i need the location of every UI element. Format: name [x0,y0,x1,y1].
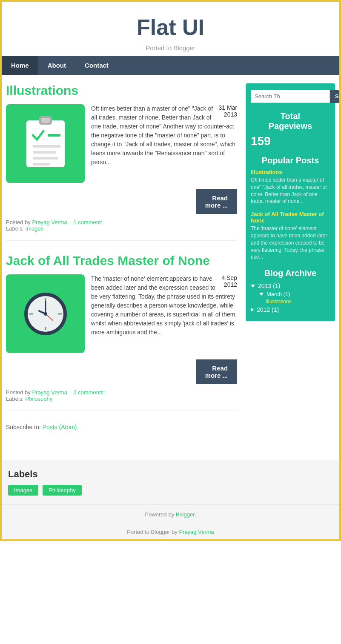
post-1: Illustrations [6,83,237,241]
popular-post-1-title[interactable]: Illustrations [251,169,330,175]
post-1-author[interactable]: Prayag Verma [32,219,67,225]
popular-post-1: Illustrations Oft times better than a ma… [251,169,330,205]
site-footer: Powered by Blogger. [2,504,339,524]
site-title: Flat UI [10,14,331,40]
page-layout: Illustrations [2,75,339,452]
nav-link-about[interactable]: About [38,56,75,75]
svg-rect-3 [48,134,60,137]
archive-month-march: March (1) [259,291,330,297]
post-2-excerpt: The 'master of none' element appears to … [91,274,237,337]
popular-post-1-excerpt: Oft times better than a master of one" "… [251,177,330,205]
labels-title: Labels [8,469,333,480]
post-2-label-philosophy[interactable]: Philosophy [26,396,53,402]
powered-by-text: Powered by [145,511,175,518]
pageviews-count: 159 [251,134,330,148]
subscribe-link[interactable]: Posts (Atom) [43,424,77,430]
post-1-footer: Posted by Prayag Verma 1 comment: Labels… [6,219,237,232]
post-2-footer: Posted by Prayag Verma 2 comments: Label… [6,389,237,402]
year-2013-toggle-icon[interactable] [251,285,255,288]
post-1-title: Illustrations [6,83,237,98]
post-2-text: 4 Sep2012 The 'master of none' element a… [91,274,237,353]
popular-post-2: Jack of All Trades Master of None The 'm… [251,211,330,261]
search-input[interactable] [251,90,330,103]
label-images[interactable]: Images [8,485,38,496]
blog-archive-section: Blog Archive 2013 (1) March (1) Illustra… [251,268,330,313]
post-2-image-inner [6,274,85,353]
post-1-read-more[interactable]: Readmore ... [196,189,237,214]
total-pageviews-title: TotalPageviews [251,111,330,131]
post-2-body: 4 Sep2012 The 'master of none' element a… [6,274,237,353]
svg-point-18 [44,312,47,316]
popular-post-2-excerpt: The 'master of none' element appears to … [251,225,330,261]
post-2-title: Jack of All Trades Master of None [6,254,237,268]
popular-posts-title: Popular Posts [251,156,330,165]
month-march-toggle-icon[interactable] [259,293,264,296]
archive-title: Blog Archive [251,268,330,278]
label-philosophy[interactable]: Philosophy [43,485,82,496]
post-2: Jack of All Trades Master of None [6,254,237,411]
archive-year-2012-link[interactable]: 2012 (1) [257,306,279,313]
site-header: Flat UI Ported to Blogger Home About Con… [2,2,339,75]
nav-item-about[interactable]: About [38,56,75,75]
clipboard-icon [20,112,71,176]
post-2-image [6,274,85,353]
author-link[interactable]: Prayag Verma [179,529,214,535]
ported-by-text: Ported to Blogger by [127,529,178,535]
post-2-date: 4 Sep2012 [221,274,237,288]
post-1-image [6,104,85,183]
post-1-body: 31 Mar2013 Oft times better than a maste… [6,104,237,183]
post-2-title-link[interactable]: Jack of All Trades Master of None [6,254,210,268]
sidebar-inner: Search TotalPageviews 159 Popular Posts … [246,83,335,321]
main-nav: Home About Contact [2,56,339,75]
search-box: Search [251,90,330,103]
search-button[interactable]: Search [330,90,341,103]
post-1-image-inner [6,104,85,183]
nav-item-contact[interactable]: Contact [75,56,118,75]
post-1-excerpt: Oft times better than a master of one" "… [91,104,237,167]
nav-link-contact[interactable]: Contact [75,56,118,75]
archive-year-2013: 2013 (1) [251,282,330,289]
clock-icon [18,286,73,342]
post-1-read-more-container: Readmore ... [6,189,237,214]
labels-section: Labels Images Philosophy [2,460,339,504]
nav-link-home[interactable]: Home [2,56,38,75]
archive-month-march-link[interactable]: March (1) [266,291,290,297]
post-1-label-images[interactable]: Images [26,225,44,232]
svg-rect-0 [26,120,65,167]
archive-post-illustrations[interactable]: Illustrations [266,299,330,305]
year-2012-toggle-icon[interactable] [251,308,254,312]
nav-item-home[interactable]: Home [2,56,38,75]
blogger-link[interactable]: Blogger [176,511,195,518]
subscribe-text: Subscribe to: [6,424,41,430]
svg-rect-5 [33,151,56,154]
total-pageviews-section: TotalPageviews 159 [251,111,330,148]
popular-posts-section: Popular Posts Illustrations Oft times be… [251,156,330,261]
post-1-text: 31 Mar2013 Oft times better than a maste… [91,104,237,183]
post-2-comments[interactable]: 2 comments: [73,389,105,396]
post-1-date: 31 Mar2013 [218,104,237,118]
popular-post-2-title[interactable]: Jack of All Trades Master of None [251,211,330,224]
svg-rect-2 [41,118,50,123]
post-1-comments[interactable]: 1 comment: [73,219,102,225]
post-2-author[interactable]: Prayag Verma [32,389,67,396]
footer-bottom: Ported to Blogger by Prayag Verma [2,524,339,539]
svg-rect-4 [33,145,60,148]
svg-rect-7 [33,163,50,165]
svg-rect-6 [33,157,58,160]
post-2-read-more-container: Readmore ... [6,359,237,384]
site-subtitle: Ported to Blogger [10,44,331,51]
subscribe-section: Subscribe to: Posts (Atom) [6,424,237,430]
post-2-read-more[interactable]: Readmore ... [196,359,237,384]
main-content: Illustrations [6,83,237,443]
post-1-title-link[interactable]: Illustrations [6,83,78,97]
archive-year-2012: 2012 (1) [251,306,330,313]
sidebar: Search TotalPageviews 159 Popular Posts … [246,83,335,443]
archive-year-2013-link[interactable]: 2013 (1) [258,282,280,289]
